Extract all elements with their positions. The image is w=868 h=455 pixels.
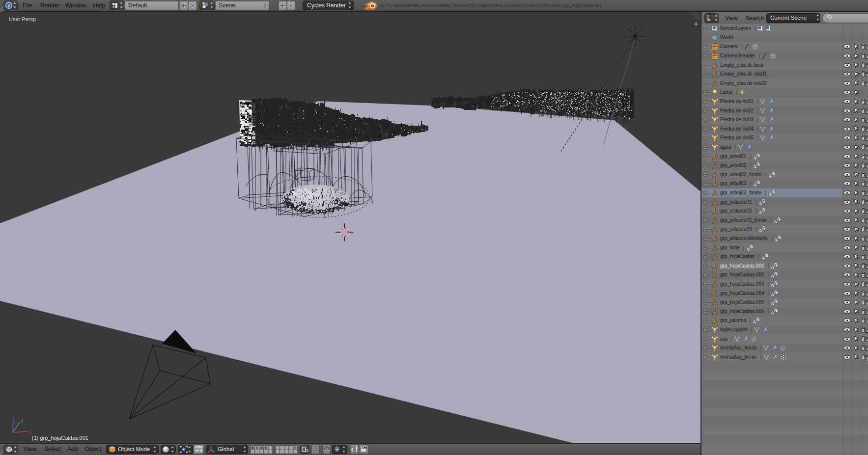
svg-text:User Persp: User Persp: [9, 16, 36, 22]
svg-text:(1) grp_hojaCaidas.001: (1) grp_hojaCaidas.001: [32, 435, 88, 441]
svg-text:x: x: [29, 429, 31, 434]
svg-text:y: y: [21, 418, 24, 423]
